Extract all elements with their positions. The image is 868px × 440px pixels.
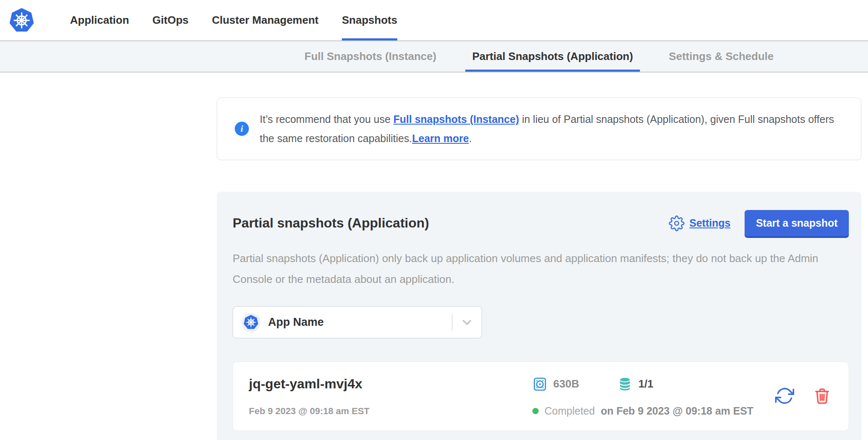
learn-more-link[interactable]: Learn more: [412, 132, 469, 144]
kubernetes-logo: [8, 0, 35, 40]
snapshots-sub-navigation: Full Snapshots (Instance) Partial Snapsh…: [0, 40, 868, 72]
status-dot-icon: [532, 408, 539, 414]
snapshot-row: jq-get-yaml-mvj4x 630B: [233, 362, 849, 431]
tab-settings-schedule[interactable]: Settings & Schedule: [662, 41, 780, 72]
database-icon: [617, 377, 632, 392]
info-banner: i It’s recommend that you use Full snaps…: [217, 98, 861, 160]
snapshot-volumes: 1/1: [617, 377, 653, 392]
app-name-select[interactable]: App Name: [233, 306, 482, 338]
snapshot-name: jq-get-yaml-mvj4x: [249, 376, 532, 392]
nav-item-gitops[interactable]: GitOps: [153, 0, 189, 40]
snapshot-size-value: 630B: [553, 378, 579, 390]
partial-snapshots-panel: Partial snapshots (Application) Settings…: [217, 192, 861, 440]
snapshot-created-date: Feb 9 2023 @ 09:18 am EST: [249, 406, 532, 417]
disk-icon: [532, 377, 547, 392]
info-text-after: .: [469, 132, 472, 144]
chevron-down-icon[interactable]: [452, 315, 482, 330]
info-text-before: It’s recommend that you use: [260, 113, 394, 125]
settings-link-label: Settings: [690, 217, 731, 229]
app-select-value: App Name: [268, 316, 452, 329]
main-content: i It’s recommend that you use Full snaps…: [217, 98, 861, 440]
nav-item-cluster-management[interactable]: Cluster Management: [212, 0, 319, 40]
full-snapshots-link[interactable]: Full snapshots (Instance): [394, 113, 519, 125]
tab-partial-snapshots[interactable]: Partial Snapshots (Application): [465, 41, 640, 72]
panel-description: Partial snapshots (Application) only bac…: [233, 248, 849, 290]
panel-title: Partial snapshots (Application): [233, 215, 429, 231]
restore-icon[interactable]: [775, 386, 794, 407]
info-banner-text: It’s recommend that you use Full snapsho…: [260, 110, 843, 148]
status-detail: on Feb 9 2023 @ 09:18 am EST: [601, 405, 753, 417]
settings-link[interactable]: Settings: [669, 215, 731, 231]
snapshot-volumes-value: 1/1: [638, 378, 653, 390]
nav-item-application[interactable]: Application: [70, 0, 129, 40]
kubernetes-app-icon: [241, 313, 261, 332]
top-navigation: Application GitOps Cluster Management Sn…: [0, 0, 868, 40]
snapshot-status: Completed on Feb 9 2023 @ 09:18 am EST: [532, 405, 760, 417]
start-snapshot-button[interactable]: Start a snapshot: [745, 210, 849, 236]
delete-icon[interactable]: [813, 387, 831, 406]
nav-item-snapshots[interactable]: Snapshots: [342, 0, 397, 40]
info-icon: i: [235, 122, 249, 136]
snapshot-size: 630B: [532, 377, 579, 392]
status-label: Completed: [544, 405, 595, 417]
gear-icon: [669, 215, 685, 231]
tab-full-snapshots[interactable]: Full Snapshots (Instance): [297, 41, 443, 72]
